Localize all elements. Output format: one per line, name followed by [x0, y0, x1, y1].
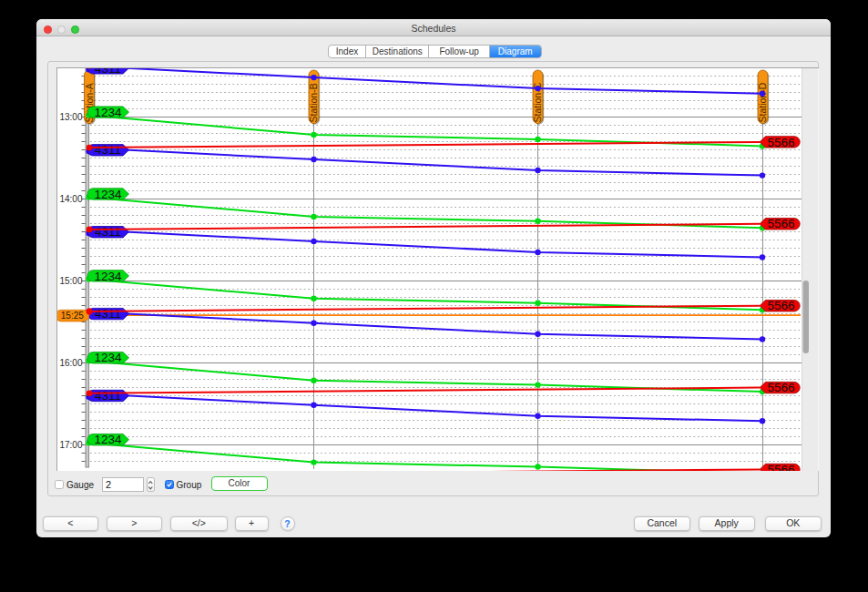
svg-text:4311: 4311	[94, 389, 120, 403]
svg-text:5566: 5566	[767, 381, 794, 394]
svg-text:4311: 4311	[94, 68, 120, 76]
svg-text:1234: 1234	[94, 433, 122, 446]
svg-text:15:00: 15:00	[59, 276, 82, 286]
svg-text:Station-B: Station-B	[308, 83, 319, 122]
svg-text:5566: 5566	[767, 299, 794, 312]
svg-text:4311: 4311	[94, 307, 120, 321]
svg-text:5566: 5566	[767, 135, 794, 148]
svg-text:15:25: 15:25	[60, 311, 83, 321]
svg-text:4311: 4311	[94, 225, 120, 239]
svg-text:Station-D: Station-D	[757, 82, 768, 122]
svg-text:14:00: 14:00	[59, 194, 82, 204]
svg-text:1234: 1234	[94, 187, 122, 200]
svg-text:1234: 1234	[94, 105, 122, 118]
svg-text:4311: 4311	[94, 143, 120, 157]
svg-text:17:00: 17:00	[59, 439, 82, 449]
svg-text:1234: 1234	[94, 269, 122, 282]
svg-text:13:00: 13:00	[59, 112, 82, 122]
svg-text:5566: 5566	[767, 463, 794, 471]
svg-text:16:00: 16:00	[59, 357, 82, 367]
svg-text:1234: 1234	[94, 351, 122, 364]
svg-text:5566: 5566	[767, 217, 794, 230]
